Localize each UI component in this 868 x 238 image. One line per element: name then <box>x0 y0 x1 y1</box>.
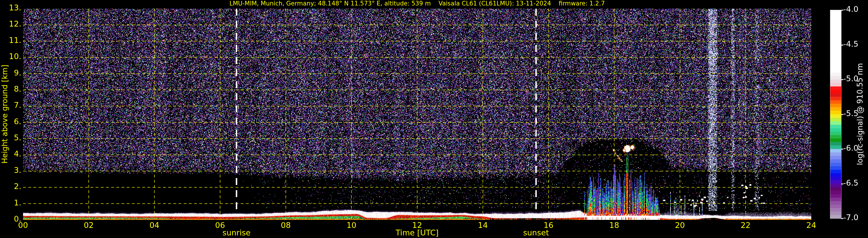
x-tick-label: 22 <box>741 221 750 230</box>
x-tick-label: 14 <box>478 221 488 230</box>
y-tick-label: 7. <box>0 100 21 110</box>
x-tick-label: 10 <box>347 221 356 230</box>
x-tick-label: 20 <box>675 221 685 230</box>
sunrise-annotation: sunrise <box>222 229 251 237</box>
x-tick-label: 18 <box>609 221 619 230</box>
colorbar-tick-label: -7.0 <box>843 213 859 222</box>
y-tick-label: 4. <box>0 149 21 158</box>
x-tick-label: 04 <box>149 221 159 230</box>
colorbar-tick-mark <box>841 149 843 150</box>
ceilometer-quicklook-figure: LMU-MIM, Munich, Germany; 48.148° N 11.5… <box>0 0 868 238</box>
y-tick-label: 8. <box>0 84 21 93</box>
y-tick-label: 5. <box>0 133 21 142</box>
x-tick-label: 02 <box>84 221 94 230</box>
sunset-annotation: sunset <box>523 229 549 237</box>
y-tick-label: 2. <box>0 182 21 191</box>
x-axis-title: Time [UTC] <box>396 229 438 237</box>
colorbar-tick-label: -4.0 <box>843 5 859 13</box>
y-axis-title: Height above ground [km] <box>1 64 9 163</box>
y-tick-label: 1. <box>0 198 21 207</box>
colorbar-tick-mark <box>841 10 843 11</box>
colorbar-title: log(rc-signal) @ 910.55 nm <box>856 63 864 165</box>
colorbar-tick-mark <box>841 79 843 80</box>
y-tick-label: 12. <box>0 19 21 28</box>
x-tick-label: 08 <box>281 221 290 230</box>
y-tick-label: 9. <box>0 68 21 77</box>
colorbar <box>830 10 841 218</box>
colorbar-tick-mark <box>841 183 843 184</box>
y-tick-label: 6. <box>0 117 21 126</box>
y-tick-label: 13. <box>0 3 21 12</box>
y-tick-label: 10. <box>0 52 21 61</box>
x-tick-label: 24 <box>806 221 816 230</box>
colorbar-tick-mark <box>841 114 843 115</box>
heatmap-canvas <box>0 0 868 238</box>
colorbar-tick-mark <box>841 218 843 219</box>
colorbar-tick-mark <box>841 44 843 46</box>
y-tick-label: 3. <box>0 166 21 175</box>
colorbar-tick-label: -4.5 <box>843 39 859 49</box>
chart-title: LMU-MIM, Munich, Germany; 48.148° N 11.5… <box>229 0 605 7</box>
x-tick-label: 00 <box>18 221 28 230</box>
colorbar-tick-label: -6.5 <box>843 178 859 187</box>
y-tick-label: 11. <box>0 36 21 44</box>
